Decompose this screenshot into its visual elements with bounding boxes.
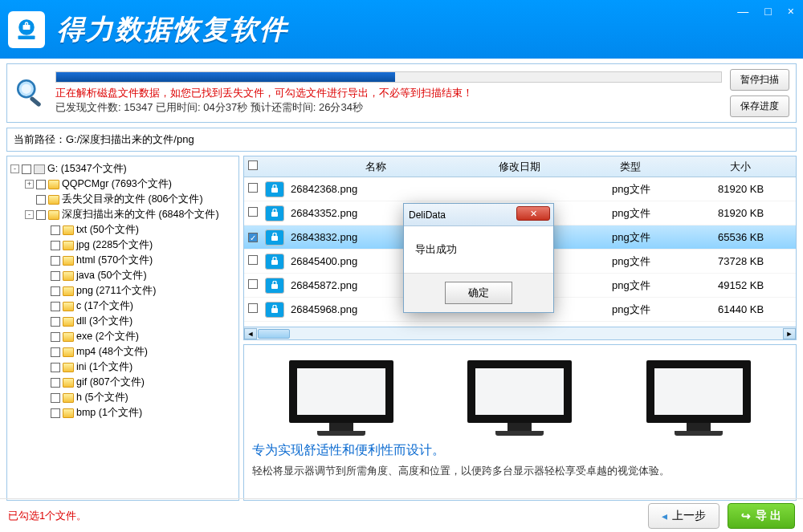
tree-item[interactable]: +QQPCMgr (7693个文件) — [10, 177, 235, 192]
file-type: png文件 — [577, 182, 687, 197]
tree-checkbox[interactable] — [51, 332, 60, 342]
file-type-icon — [265, 302, 284, 318]
tree-checkbox[interactable] — [51, 408, 60, 418]
col-date[interactable]: 修改日期 — [464, 160, 575, 174]
file-checkbox[interactable]: ✓ — [248, 233, 258, 242]
dialog-ok-button[interactable]: 确定 — [445, 282, 512, 304]
file-checkbox[interactable] — [248, 183, 258, 193]
tree-item-label: 丢失父目录的文件 (806个文件) — [62, 193, 203, 206]
dialog-close-button[interactable]: ✕ — [516, 206, 550, 221]
export-success-dialog: DeliData ✕ 导出成功 确定 — [404, 204, 553, 312]
tree-checkbox[interactable] — [51, 378, 60, 388]
tree-item-label: txt (50个文件) — [76, 223, 139, 237]
folder-icon — [48, 210, 59, 220]
tree-item-label: c (17个文件) — [76, 299, 133, 313]
close-button[interactable]: × — [784, 3, 798, 19]
tree-item[interactable]: png (2711个文件) — [10, 283, 235, 298]
tree-item[interactable]: 丢失父目录的文件 (806个文件) — [10, 192, 235, 207]
tree-item[interactable]: exe (2个文件) — [10, 329, 235, 344]
maximize-button[interactable]: □ — [760, 3, 775, 19]
svg-rect-10 — [271, 260, 278, 265]
tree-item[interactable]: gif (807个文件) — [10, 375, 235, 390]
tree-expand-icon — [39, 363, 48, 372]
tree-item-label: dll (3个文件) — [76, 315, 132, 328]
tree-item-label: h (5个文件) — [76, 391, 128, 404]
tree-root[interactable]: - G: (15347个文件) — [10, 161, 235, 177]
tree-checkbox[interactable] — [51, 347, 60, 357]
scan-message: 正在解析磁盘文件数据，如您已找到丢失文件，可勾选文件进行导出，不必等到扫描结束！ — [55, 86, 722, 100]
scan-stats: 已发现文件数: 15347 已用时间: 04分37秒 预计还需时间: 26分34… — [55, 100, 722, 115]
tree-checkbox[interactable] — [36, 180, 46, 189]
pause-scan-button[interactable]: 暂停扫描 — [730, 69, 789, 91]
prev-step-button[interactable]: ◂上一步 — [648, 503, 719, 529]
tree-item[interactable]: html (570个文件) — [10, 253, 235, 268]
tree-checkbox[interactable] — [51, 302, 60, 311]
save-progress-button[interactable]: 保存进度 — [730, 95, 789, 117]
col-size[interactable]: 大小 — [685, 160, 796, 174]
tree-checkbox[interactable] — [51, 271, 60, 281]
tree-item[interactable]: jpg (2285个文件) — [10, 238, 235, 253]
tree-checkbox[interactable] — [51, 286, 60, 296]
preview-pane: 专为实现舒适性和便利性而设计。 轻松将显示器调节到所需角度、高度和位置，以便跨多… — [243, 344, 797, 501]
tree-expand-icon[interactable]: - — [25, 210, 34, 219]
file-size: 81920 KB — [686, 207, 796, 219]
tree-checkbox[interactable] — [36, 195, 46, 205]
tree-item[interactable]: ini (1个文件) — [10, 359, 235, 375]
tree-item[interactable]: txt (50个文件) — [10, 222, 235, 238]
file-row[interactable]: 26842368.pngpng文件81920 KB — [244, 177, 796, 201]
tree-item[interactable]: java (50个文件) — [10, 268, 235, 283]
tree-checkbox[interactable] — [51, 393, 60, 403]
tree-expand-icon — [39, 408, 48, 417]
tree-item-label: ini (1个文件) — [76, 360, 132, 374]
tree-checkbox[interactable] — [51, 225, 60, 235]
file-type-icon — [265, 181, 284, 197]
path-bar: 当前路径：G:/深度扫描出来的文件/png — [6, 128, 797, 152]
file-checkbox[interactable] — [248, 303, 258, 313]
svg-rect-11 — [271, 284, 278, 289]
scroll-right-arrow[interactable]: ► — [783, 328, 796, 339]
file-type: png文件 — [577, 254, 687, 269]
tree-checkbox[interactable] — [36, 210, 46, 220]
path-label: 当前路径： — [14, 133, 66, 145]
tree-expand-icon — [39, 347, 48, 356]
tree-checkbox[interactable] — [51, 317, 60, 327]
horizontal-scrollbar[interactable]: ◄ ► — [244, 327, 796, 339]
folder-icon — [63, 317, 74, 327]
scroll-left-arrow[interactable]: ◄ — [244, 328, 257, 339]
folder-icon — [63, 332, 74, 342]
tree-item[interactable]: dll (3个文件) — [10, 314, 235, 329]
tree-item[interactable]: c (17个文件) — [10, 298, 235, 314]
folder-icon — [63, 286, 74, 296]
tree-checkbox[interactable] — [51, 256, 60, 266]
folder-tree[interactable]: - G: (15347个文件) +QQPCMgr (7693个文件)丢失父目录的… — [6, 156, 239, 501]
tree-item[interactable]: bmp (1个文件) — [10, 405, 235, 420]
select-all-checkbox[interactable] — [248, 160, 258, 170]
preview-desc: 轻松将显示器调节到所需角度、高度和位置，以便跨多台显示器轻松享受卓越的视觉体验。 — [252, 464, 788, 478]
col-name[interactable]: 名称 — [287, 160, 464, 174]
export-button[interactable]: ↪导 出 — [728, 503, 795, 529]
tree-item[interactable]: h (5个文件) — [10, 390, 235, 405]
file-size: 49152 KB — [686, 279, 796, 291]
tree-checkbox[interactable] — [51, 241, 60, 250]
tree-expand-icon[interactable]: + — [25, 180, 34, 189]
folder-icon — [63, 225, 74, 235]
file-checkbox[interactable] — [248, 279, 258, 289]
tree-item[interactable]: -深度扫描出来的文件 (6848个文件) — [10, 207, 235, 222]
file-type-icon — [265, 229, 284, 246]
preview-title: 专为实现舒适性和便利性而设计。 — [252, 442, 788, 459]
tree-item-label: html (570个文件) — [76, 254, 153, 267]
folder-icon — [63, 302, 74, 311]
col-type[interactable]: 类型 — [575, 160, 686, 174]
folder-icon — [63, 393, 74, 403]
file-checkbox[interactable] — [248, 255, 258, 265]
tree-checkbox[interactable] — [51, 363, 60, 372]
file-checkbox[interactable] — [248, 207, 258, 217]
svg-rect-12 — [271, 308, 278, 313]
folder-icon — [63, 363, 74, 372]
tree-item[interactable]: mp4 (48个文件) — [10, 344, 235, 359]
tree-expand-icon — [39, 271, 48, 280]
folder-icon — [48, 180, 59, 189]
minimize-button[interactable]: — — [733, 3, 752, 19]
scroll-thumb[interactable] — [258, 329, 290, 339]
dialog-titlebar[interactable]: DeliData ✕ — [404, 204, 553, 226]
